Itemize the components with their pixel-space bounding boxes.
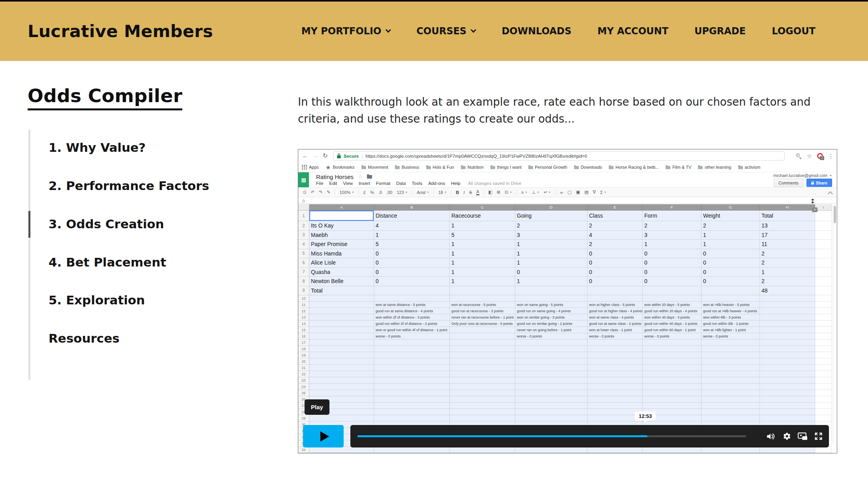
bookmark-label: Personal Growth bbox=[535, 165, 567, 170]
seek-bar[interactable] bbox=[357, 435, 746, 437]
cell: Miss Hamda bbox=[309, 249, 374, 259]
nav-item-logout[interactable]: LOGOUT bbox=[772, 26, 816, 37]
nav-item-courses[interactable]: COURSES bbox=[416, 26, 475, 37]
sidebar-item-1-why-value[interactable]: 1. Why Value? bbox=[49, 140, 264, 156]
cell: Total bbox=[309, 286, 374, 296]
cell bbox=[309, 339, 374, 346]
cell: 0 bbox=[643, 277, 702, 286]
cell: 1 bbox=[450, 221, 515, 231]
cell bbox=[702, 396, 760, 403]
cell: 2 bbox=[515, 221, 587, 231]
cell bbox=[587, 403, 643, 409]
glyph: ▤ bbox=[584, 190, 588, 195]
table-row: 24 bbox=[298, 384, 837, 390]
cell: 2 bbox=[760, 258, 815, 268]
play-button[interactable] bbox=[303, 425, 344, 447]
cell: 3 bbox=[643, 231, 702, 240]
cell: 1 bbox=[450, 249, 515, 259]
toolbar-separator bbox=[412, 190, 412, 195]
account-row: michael.lucrative@gmail.com ▼ bbox=[773, 173, 832, 178]
glyph: ∞ bbox=[560, 190, 563, 195]
forward-icon: → bbox=[312, 152, 318, 160]
sidebar-item-4-bet-placement[interactable]: 4. Bet Placement bbox=[49, 254, 264, 271]
bookmarks-star: ★Bookmarks bbox=[326, 164, 354, 170]
cell bbox=[515, 346, 587, 352]
bookmark-label: Nutrition bbox=[468, 165, 484, 170]
toolbar-filter-icon: ∇ bbox=[593, 190, 596, 195]
cell: won at lower class - 1 point bbox=[587, 327, 643, 333]
row-number: 20 bbox=[298, 358, 309, 365]
cell bbox=[309, 352, 374, 358]
sidebar-item-resources[interactable]: Resources bbox=[49, 330, 264, 347]
cell bbox=[702, 339, 760, 346]
cell: worse - 0 points bbox=[515, 333, 587, 339]
cell: 1 bbox=[515, 240, 587, 249]
cell bbox=[374, 346, 450, 352]
glyph: ∇ bbox=[593, 190, 596, 195]
settings-gear-icon[interactable] bbox=[783, 432, 791, 440]
toolbar-increase-decimals-icon: .00 bbox=[386, 190, 392, 195]
dropdown-arrow-icon: ▼ bbox=[604, 191, 606, 194]
cell bbox=[643, 286, 702, 296]
sidebar-item-2-performance-factors[interactable]: 2. Performance Factors bbox=[49, 178, 264, 194]
nav-item-my-account[interactable]: MY ACCOUNT bbox=[597, 26, 668, 37]
cell: Weight bbox=[702, 211, 760, 221]
cell bbox=[760, 409, 815, 415]
cell: 0 bbox=[515, 268, 587, 277]
toolbar-separator bbox=[335, 190, 335, 195]
volume-icon[interactable] bbox=[766, 432, 776, 441]
cell bbox=[587, 377, 643, 384]
active-lesson-indicator bbox=[28, 211, 30, 238]
nav-label: MY ACCOUNT bbox=[597, 26, 668, 37]
cell: 1 bbox=[450, 240, 515, 249]
bookmark-folder-activism: activism bbox=[738, 165, 761, 170]
fullscreen-icon[interactable] bbox=[814, 432, 823, 440]
reload-icon: ↻ bbox=[323, 152, 328, 160]
row-number: 13 bbox=[298, 314, 309, 321]
cell bbox=[309, 314, 374, 321]
cell bbox=[702, 365, 760, 371]
table-row: 11won at same distance - 5 pointswon at … bbox=[298, 302, 837, 308]
cell bbox=[815, 352, 832, 358]
cell bbox=[515, 390, 587, 396]
row-number: 25 bbox=[298, 390, 309, 396]
sidebar-item-3-odds-creation[interactable]: 3. Odds Creation bbox=[49, 216, 264, 233]
dropdown-arrow-icon: ▼ bbox=[444, 191, 447, 194]
video-player[interactable]: ← → ↻ Secure | https://docs.google.com/s… bbox=[298, 149, 837, 453]
sidebar-item-5-exploration[interactable]: 5. Exploration bbox=[49, 292, 264, 309]
nav-item-downloads[interactable]: DOWNLOADS bbox=[501, 26, 571, 37]
cell bbox=[815, 258, 832, 268]
cell bbox=[643, 295, 702, 302]
cell bbox=[760, 346, 815, 352]
menu-view: View bbox=[343, 181, 353, 186]
bookmark-folder-other-learning: other learning bbox=[698, 165, 731, 170]
spreadsheet-grid: ABCDEFGHI1DistanceRacecourseGoingClassFo… bbox=[298, 204, 837, 453]
nav-label: DOWNLOADS bbox=[501, 26, 571, 37]
cell bbox=[587, 390, 643, 396]
bookmark-folder-downloads: Downloads bbox=[574, 165, 602, 170]
picture-in-picture-icon[interactable] bbox=[798, 432, 808, 440]
cell bbox=[815, 327, 832, 333]
cell bbox=[815, 249, 832, 259]
cell bbox=[515, 396, 587, 403]
toolbar-merge-icon: ⊡▼ bbox=[505, 190, 512, 195]
cell bbox=[815, 321, 832, 327]
table-row: 25 bbox=[298, 390, 837, 396]
nav-item-upgrade[interactable]: UPGRADE bbox=[694, 26, 746, 37]
cell bbox=[515, 403, 587, 409]
cell bbox=[309, 211, 374, 221]
bookmark-folder-movement: Movement bbox=[361, 165, 388, 170]
cell bbox=[515, 358, 587, 365]
cell bbox=[309, 302, 374, 308]
cell bbox=[450, 346, 515, 352]
formula-bar: fx bbox=[298, 198, 837, 204]
cell bbox=[587, 346, 643, 352]
nav-label: LOGOUT bbox=[772, 26, 816, 37]
toolbar-link-icon: ∞ bbox=[560, 190, 563, 195]
cell: won within 2f of distance - 3 points bbox=[374, 314, 450, 321]
nav-item-my-portfolio[interactable]: MY PORTFOLIO bbox=[301, 26, 391, 37]
cell: good run within 20 days - 4 points bbox=[643, 308, 702, 314]
row-number: 5 bbox=[298, 249, 309, 259]
brand[interactable]: Lucrative Members bbox=[28, 21, 213, 41]
folder-icon bbox=[609, 166, 614, 169]
